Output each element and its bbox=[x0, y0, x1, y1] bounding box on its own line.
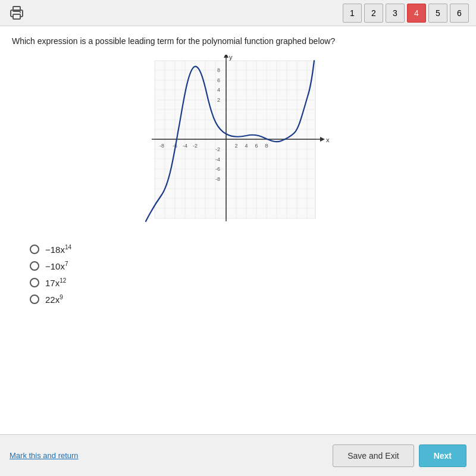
nav-num-6[interactable]: 6 bbox=[450, 4, 469, 23]
radio-a[interactable] bbox=[30, 245, 39, 254]
choice-a-label: −18x14 bbox=[45, 244, 71, 255]
svg-text:-8: -8 bbox=[159, 143, 164, 149]
svg-text:2: 2 bbox=[217, 97, 220, 103]
radio-c[interactable] bbox=[30, 278, 39, 287]
svg-text:6: 6 bbox=[255, 143, 258, 149]
radio-b[interactable] bbox=[30, 261, 39, 271]
svg-text:-2: -2 bbox=[215, 146, 220, 152]
svg-text:8: 8 bbox=[217, 67, 220, 73]
svg-text:2: 2 bbox=[234, 143, 237, 149]
choice-a[interactable]: −18x14 bbox=[30, 244, 464, 255]
svg-text:8: 8 bbox=[265, 143, 268, 149]
svg-text:6: 6 bbox=[217, 77, 220, 83]
nav-num-1[interactable]: 1 bbox=[343, 4, 362, 23]
choice-d-label: 22x9 bbox=[45, 294, 63, 305]
svg-text:-2: -2 bbox=[193, 143, 198, 149]
choice-c[interactable]: 17x12 bbox=[30, 277, 464, 288]
save-exit-button[interactable]: Save and Exit bbox=[333, 444, 414, 467]
svg-marker-36 bbox=[320, 137, 325, 142]
nav-num-4[interactable]: 4 bbox=[407, 4, 426, 23]
bottom-right-buttons: Save and Exit Next bbox=[333, 444, 466, 467]
svg-text:x: x bbox=[326, 136, 330, 143]
graph-container: x y -8 -6 -4 -2 2 4 6 8 8 6 4 2 -2 -4 -6… bbox=[12, 55, 464, 233]
mark-return-button[interactable]: Mark this and return bbox=[10, 451, 79, 460]
svg-text:-4: -4 bbox=[215, 156, 220, 162]
nav-num-3[interactable]: 3 bbox=[386, 4, 405, 23]
question-nav: 1 2 3 4 5 6 bbox=[343, 4, 469, 23]
choice-d[interactable]: 22x9 bbox=[30, 294, 464, 305]
next-button[interactable]: Next bbox=[419, 444, 466, 467]
svg-point-2 bbox=[20, 12, 21, 13]
svg-text:4: 4 bbox=[217, 87, 220, 93]
bottom-bar: Mark this and return Save and Exit Next bbox=[0, 434, 476, 476]
answer-choices: −18x14 −10x7 17x12 22x9 bbox=[30, 244, 464, 305]
choice-b[interactable]: −10x7 bbox=[30, 261, 464, 271]
svg-rect-1 bbox=[13, 14, 20, 19]
nav-num-5[interactable]: 5 bbox=[428, 4, 447, 23]
svg-marker-38 bbox=[224, 55, 228, 58]
question-text: Which expression is a possible leading t… bbox=[12, 36, 464, 48]
main-content: Which expression is a possible leading t… bbox=[0, 26, 476, 434]
printer-icon[interactable] bbox=[7, 4, 26, 23]
choice-b-label: −10x7 bbox=[45, 261, 68, 271]
radio-d[interactable] bbox=[30, 295, 39, 304]
choice-c-label: 17x12 bbox=[45, 277, 66, 288]
svg-text:-8: -8 bbox=[215, 176, 220, 182]
top-bar: 1 2 3 4 5 6 bbox=[0, 0, 476, 26]
svg-text:-6: -6 bbox=[215, 166, 220, 172]
graph-svg: x y -8 -6 -4 -2 2 4 6 8 8 6 4 2 -2 -4 -6… bbox=[137, 55, 339, 233]
svg-text:y: y bbox=[229, 55, 233, 61]
nav-num-2[interactable]: 2 bbox=[364, 4, 383, 23]
svg-text:-4: -4 bbox=[183, 143, 187, 149]
svg-text:4: 4 bbox=[245, 143, 248, 149]
